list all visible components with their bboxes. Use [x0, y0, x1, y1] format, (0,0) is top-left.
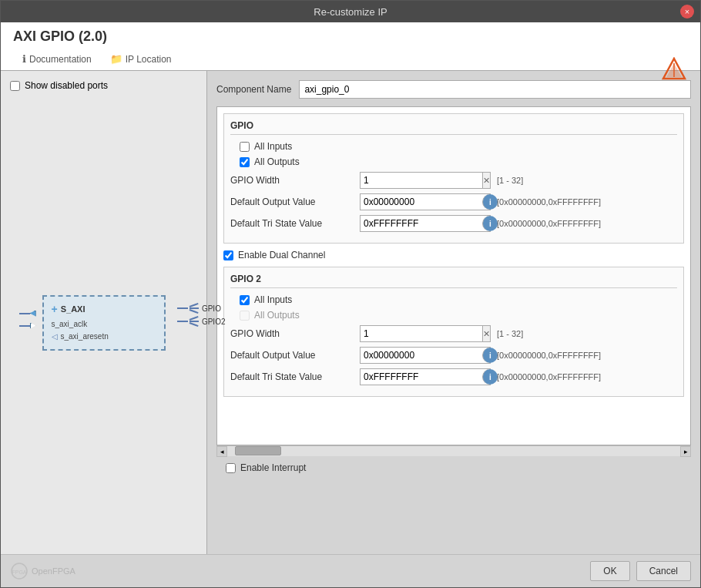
- ip-block: + S_AXI s_axi_aclk ◁ s_axi_aresetn: [42, 295, 166, 351]
- all-outputs-checkbox[interactable]: [240, 157, 250, 167]
- gpio2-default-output-row: Default Output Value i [0x00000000,0xFFF…: [230, 347, 677, 364]
- default-output-row: Default Output Value i [0x00000000,0xFFF…: [230, 193, 677, 210]
- ip-ports: s_axi_aclk ◁ s_axi_aresetn: [52, 318, 156, 343]
- all-inputs-row: All Inputs: [240, 141, 677, 152]
- tab-ip-location[interactable]: 📁 IP Location: [101, 49, 181, 70]
- gpio2-default-tristate-row: Default Tri State Value i [0x00000000,0x…: [230, 368, 677, 385]
- header-area: AXI GPIO (2.0) ℹ Documentation 📁 IP Loca…: [1, 22, 700, 71]
- watermark-area: FPGA OpenFPGA: [10, 562, 584, 580]
- right-panel: Component Name GPIO All Inputs All Outpu…: [207, 71, 700, 554]
- left-panel: Show disabled ports: [1, 71, 207, 554]
- gpio2-default-output-info-btn[interactable]: i: [482, 348, 498, 363]
- bottom-area: Enable Interrupt: [216, 456, 691, 479]
- ip-block-name: S_AXI: [61, 304, 86, 314]
- port-s-axi-aresetn: ◁ s_axi_aresetn: [52, 331, 156, 343]
- cancel-button[interactable]: Cancel: [636, 561, 691, 581]
- main-content: Show disabled ports: [1, 71, 700, 554]
- show-disabled-ports-checkbox[interactable]: [10, 81, 20, 91]
- enable-dual-channel-label: Enable Dual Channel: [238, 250, 325, 260]
- h-scroll-left-arrow[interactable]: ◂: [216, 446, 227, 457]
- gpio-width-label: GPIO Width: [230, 175, 354, 186]
- app-title: AXI GPIO (2.0): [13, 29, 688, 45]
- enable-interrupt-label: Enable Interrupt: [240, 462, 306, 473]
- gpio2-width-range: [1 - 32]: [497, 329, 523, 338]
- tab-ip-location-label: IP Location: [126, 54, 172, 65]
- gpio2-default-tristate-input-group: i: [360, 368, 491, 385]
- gpio2-default-output-input-group: i: [360, 347, 491, 364]
- gpio2-width-label: GPIO Width: [230, 328, 354, 339]
- gpio2-default-output-input[interactable]: [361, 350, 482, 361]
- ok-button[interactable]: OK: [590, 561, 629, 581]
- h-scroll-thumb[interactable]: [235, 446, 281, 455]
- default-output-input-group: i: [360, 193, 491, 210]
- default-tristate-info-btn[interactable]: i: [482, 216, 498, 231]
- block-diagram: + S_AXI s_axi_aclk ◁ s_axi_aresetn: [10, 100, 197, 545]
- gpio2-section: GPIO 2 All Inputs All Outputs GPIO Width: [223, 267, 684, 397]
- gpio2-all-outputs-checkbox: [240, 311, 250, 321]
- gpio-width-range: [1 - 32]: [497, 176, 523, 185]
- show-disabled-ports-label: Show disabled ports: [25, 80, 108, 91]
- tab-documentation-label: Documentation: [29, 54, 92, 65]
- horizontal-scrollbar[interactable]: ◂ ▸: [216, 445, 691, 456]
- gpio2-default-output-label: Default Output Value: [230, 350, 354, 361]
- gpio2-default-tristate-range: [0x00000000,0xFFFFFFFF]: [497, 372, 601, 381]
- gpio-width-input-group: ✕: [360, 172, 491, 189]
- gpio2-width-row: GPIO Width ✕ [1 - 32]: [230, 325, 677, 342]
- all-inputs-label: All Inputs: [254, 141, 292, 152]
- ip-block-title: + S_AXI: [52, 303, 156, 315]
- watermark-text: OpenFPGA: [32, 566, 75, 576]
- default-output-info-btn[interactable]: i: [482, 194, 498, 210]
- main-window: Re-customize IP × AXI GPIO (2.0) ℹ Docum…: [0, 0, 701, 588]
- gpio2-all-outputs-row: All Outputs: [240, 310, 677, 321]
- default-tristate-input[interactable]: [361, 218, 482, 229]
- folder-icon: 📁: [110, 53, 122, 65]
- info-icon: ℹ: [22, 53, 26, 65]
- app-logo: [660, 57, 688, 87]
- gpio2-width-input[interactable]: [361, 328, 482, 339]
- component-name-label: Component Name: [216, 84, 291, 95]
- default-output-input[interactable]: [361, 197, 482, 207]
- all-inputs-checkbox[interactable]: [240, 142, 250, 152]
- gpio-width-row: GPIO Width ✕ [1 - 32]: [230, 172, 677, 189]
- default-output-label: Default Output Value: [230, 197, 354, 207]
- all-outputs-row: All Outputs: [240, 156, 677, 167]
- gpio2-default-tristate-info-btn[interactable]: i: [482, 369, 498, 385]
- gpio2-width-input-group: ✕: [360, 325, 491, 342]
- openfpga-icon: FPGA: [10, 562, 29, 580]
- gpio2-default-tristate-label: Default Tri State Value: [230, 371, 354, 382]
- gpio-section-header: GPIO: [230, 120, 677, 135]
- enable-dual-channel-checkbox[interactable]: [223, 250, 233, 260]
- gpio2-label: GPIO2: [202, 318, 226, 326]
- title-bar: Re-customize IP ×: [1, 1, 700, 22]
- gpio2-width-clear-btn[interactable]: ✕: [482, 326, 490, 341]
- enable-dual-channel-row: Enable Dual Channel: [223, 250, 684, 260]
- default-tristate-row: Default Tri State Value i [0x00000000,0x…: [230, 215, 677, 232]
- default-output-range: [0x00000000,0xFFFFFFFF]: [497, 197, 601, 207]
- gpio2-all-inputs-row: All Inputs: [240, 294, 677, 305]
- window-title: Re-customize IP: [314, 6, 387, 18]
- gpio2-section-header: GPIO 2: [230, 274, 677, 288]
- nav-tabs: ℹ Documentation 📁 IP Location: [13, 49, 688, 70]
- port-s-axi-aclk: s_axi_aclk: [52, 318, 156, 331]
- gpio2-all-inputs-label: All Inputs: [254, 294, 292, 305]
- gpio2-default-output-range: [0x00000000,0xFFFFFFFF]: [497, 351, 601, 360]
- gpio2-all-outputs-label: All Outputs: [254, 310, 300, 321]
- svg-text:FPGA: FPGA: [12, 570, 26, 575]
- gpio2-default-tristate-input[interactable]: [361, 371, 482, 382]
- gpio2-all-inputs-checkbox[interactable]: [240, 295, 250, 305]
- component-name-row: Component Name: [216, 80, 691, 99]
- h-scroll-right-arrow[interactable]: ▸: [680, 446, 691, 457]
- gpio-width-clear-btn[interactable]: ✕: [482, 173, 490, 188]
- gpio-section: GPIO All Inputs All Outputs GPIO Width: [223, 113, 684, 244]
- config-scroll-area[interactable]: GPIO All Inputs All Outputs GPIO Width: [216, 106, 691, 445]
- enable-interrupt-checkbox[interactable]: [226, 463, 236, 473]
- default-tristate-input-group: i: [360, 215, 491, 232]
- gpio-label: GPIO: [202, 304, 221, 313]
- all-outputs-label: All Outputs: [254, 156, 300, 167]
- component-name-input[interactable]: [299, 80, 691, 99]
- gpio-width-input[interactable]: [361, 175, 482, 186]
- close-button[interactable]: ×: [680, 5, 694, 18]
- show-disabled-ports-row: Show disabled ports: [10, 80, 197, 91]
- tab-documentation[interactable]: ℹ Documentation: [13, 49, 101, 70]
- enable-interrupt-row: Enable Interrupt: [226, 462, 306, 473]
